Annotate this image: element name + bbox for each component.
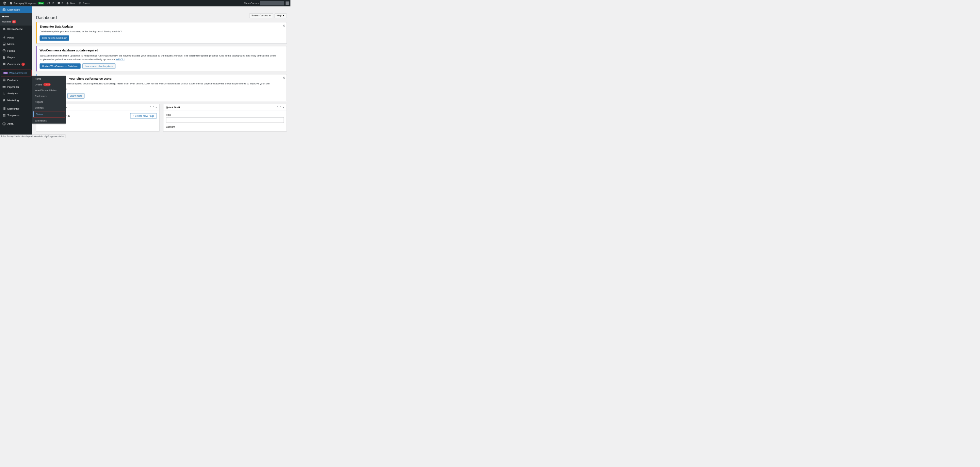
plus-icon: + xyxy=(133,114,134,117)
move-down-icon[interactable]: ˅ xyxy=(153,106,154,109)
live-badge: Live xyxy=(38,2,44,5)
menu-dashboard[interactable]: Dashboard xyxy=(0,6,32,13)
move-up-icon[interactable]: ˄ xyxy=(277,106,278,109)
page-icon xyxy=(2,56,6,59)
submenu-home[interactable]: Home xyxy=(0,14,32,19)
elementor-updater-notice: ✕ Elementor Data Updater Database update… xyxy=(36,22,287,43)
admin-sidebar: Dashboard Home Updates 13 Kinsta Cache P… xyxy=(0,6,32,139)
flyout-home[interactable]: Home xyxy=(32,76,66,82)
menu-marketing[interactable]: Marketing xyxy=(0,97,32,104)
media-icon xyxy=(2,42,6,46)
products-icon xyxy=(2,78,6,82)
astra-icon xyxy=(2,122,6,126)
forms-link[interactable]: Forms xyxy=(76,0,91,6)
woo-icon: woo xyxy=(3,72,8,74)
updates-badge: 13 xyxy=(12,20,16,23)
run-now-button[interactable]: Click here to run it now xyxy=(40,35,69,41)
notice-title: Elementor Data Updater xyxy=(40,25,279,28)
home-icon xyxy=(9,2,13,5)
flyout-customers[interactable]: Customers xyxy=(32,93,66,99)
flyout-settings[interactable]: Settings xyxy=(32,105,66,111)
create-new-page-button[interactable]: +Create New Page xyxy=(130,113,157,119)
menu-kinsta-cache[interactable]: Kinsta Cache xyxy=(0,26,32,32)
svg-rect-5 xyxy=(4,109,5,110)
menu-products[interactable]: Products xyxy=(0,77,32,83)
flyout-reports[interactable]: Reports xyxy=(32,99,66,105)
close-icon[interactable]: ✕ xyxy=(282,76,285,80)
postbox-title: Quick Draft xyxy=(166,106,180,109)
status-url-tooltip: https://rzpwp.kinsta.cloud/wp-admin/admi… xyxy=(0,134,66,138)
dashboard-icon xyxy=(2,8,6,11)
payments-icon xyxy=(2,85,6,89)
submenu-updates[interactable]: Updates 13 xyxy=(0,19,32,24)
learn-more-button[interactable]: Learn more xyxy=(67,93,84,99)
marketing-icon xyxy=(2,98,6,102)
cloud-icon xyxy=(2,27,6,30)
toggle-icon[interactable]: ▴ xyxy=(156,106,157,109)
notice-body: Database update process is running in th… xyxy=(40,30,279,33)
menu-payments[interactable]: Payments xyxy=(0,83,32,90)
menu-templates[interactable]: Templates xyxy=(0,112,32,119)
update-wc-button[interactable]: Update WooCommerce Database xyxy=(40,63,81,69)
elementor-icon xyxy=(2,107,6,111)
toggle-icon[interactable]: ▴ xyxy=(283,106,284,109)
admin-search-input[interactable] xyxy=(260,1,284,5)
avatar[interactable] xyxy=(285,2,289,5)
clear-caches-link[interactable]: Clear Caches xyxy=(243,0,260,6)
notice-body: erimental speed boosting features you ca… xyxy=(40,82,279,85)
woocommerce-flyout: Home Orders 1,335 Woo Discount Rules Cus… xyxy=(32,76,66,124)
move-down-icon[interactable]: ˅ xyxy=(280,106,282,109)
quick-draft-postbox: Quick Draft ˄ ˅ ▴ Title Content xyxy=(163,104,287,131)
notice-title: WooCommerce database update required xyxy=(40,49,279,53)
flyout-status[interactable]: Status xyxy=(33,111,65,117)
svg-rect-3 xyxy=(4,107,5,108)
forms-icon xyxy=(78,2,82,5)
templates-icon xyxy=(2,113,6,117)
updates-link[interactable]: 13 xyxy=(46,0,56,6)
notice-body: WooCommerce has been updated! To keep th… xyxy=(40,54,279,62)
wp-cli-link[interactable]: WP CLI xyxy=(116,58,124,61)
menu-elementor[interactable]: Elementor xyxy=(0,105,32,112)
learn-updates-button[interactable]: Learn more about updates xyxy=(82,63,115,69)
draft-title-input[interactable] xyxy=(166,118,284,123)
menu-comments[interactable]: Comments 2 xyxy=(0,61,32,68)
comments-icon xyxy=(2,62,6,66)
pin-icon xyxy=(2,36,6,40)
menu-pages[interactable]: Pages xyxy=(0,54,32,61)
new-link[interactable]: New xyxy=(64,0,76,6)
menu-woocommerce[interactable]: wooWooCommerce xyxy=(1,70,31,76)
menu-media[interactable]: Media xyxy=(0,41,32,48)
menu-forms[interactable]: Forms xyxy=(0,47,32,54)
menu-analytics[interactable]: Analytics xyxy=(0,90,32,97)
plus-icon xyxy=(66,2,69,5)
comments-link[interactable]: 2 xyxy=(56,0,65,6)
wc-database-notice: WooCommerce database update required Woo… xyxy=(36,46,287,72)
content-label: Content xyxy=(166,125,284,128)
performance-notice: ✕ your site's performance score. eriment… xyxy=(36,74,287,102)
flyout-orders[interactable]: Orders 1,335 xyxy=(32,82,66,88)
admin-bar: Razorpay WordpressLive 13 2 New Forms Cl… xyxy=(0,0,291,6)
menu-astra[interactable]: Astra xyxy=(0,121,32,127)
forms-menu-icon xyxy=(2,49,6,53)
svg-rect-4 xyxy=(4,108,5,109)
notice-title: your site's performance score. xyxy=(40,77,279,80)
notice-body-end: ed. xyxy=(40,88,279,91)
analytics-icon xyxy=(2,92,6,95)
svg-rect-2 xyxy=(3,107,3,110)
main-content: Screen Options ▼ Help ▼ Dashboard ✕ Elem… xyxy=(32,13,291,138)
comments-badge: 2 xyxy=(21,63,25,66)
svg-point-1 xyxy=(3,50,5,51)
move-up-icon[interactable]: ˄ xyxy=(150,106,151,109)
site-name[interactable]: Razorpay WordpressLive xyxy=(8,0,46,6)
help-button[interactable]: Help ▼ xyxy=(275,13,287,18)
screen-options-button[interactable]: Screen Options ▼ xyxy=(250,13,273,18)
flyout-extensions[interactable]: Extensions xyxy=(32,118,66,124)
close-icon[interactable]: ✕ xyxy=(282,24,285,28)
flyout-woo-discount[interactable]: Woo Discount Rules xyxy=(32,88,66,94)
wordpress-icon xyxy=(3,2,6,5)
title-label: Title xyxy=(166,113,284,116)
comment-icon xyxy=(57,2,60,5)
wp-logo[interactable] xyxy=(2,0,8,6)
menu-posts[interactable]: Posts xyxy=(0,34,32,41)
refresh-icon xyxy=(47,2,50,5)
